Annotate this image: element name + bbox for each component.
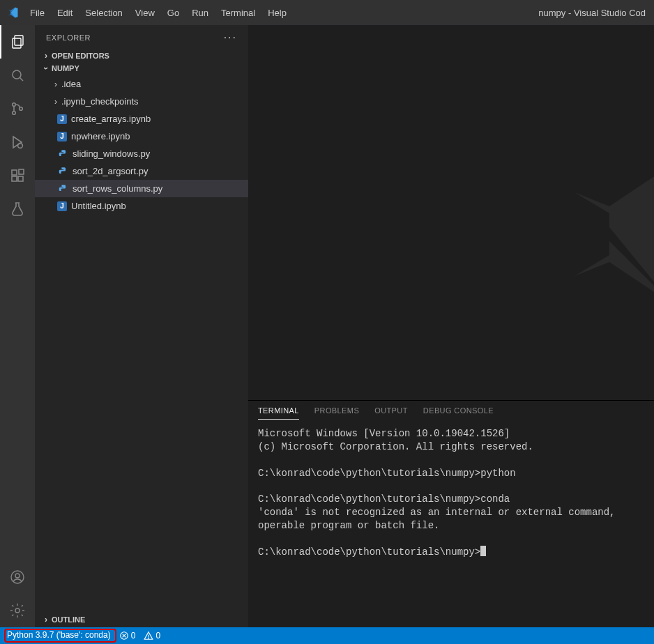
tree-item-label: sliding_windows.py	[73, 148, 150, 159]
empty-editor	[248, 25, 654, 400]
tab-problems[interactable]: PROBLEMS	[314, 406, 359, 419]
project-section[interactable]: › NUMPY	[35, 62, 248, 75]
notebook-file-icon: J	[57, 201, 67, 211]
svg-rect-1	[13, 38, 21, 48]
status-errors[interactable]: 0	[119, 631, 136, 641]
error-icon	[119, 631, 129, 641]
tree-item-label: sort_rows_columns.py	[73, 183, 162, 194]
tree-item-label: npwhere.ipynb	[71, 131, 130, 141]
terminal-cursor	[480, 546, 486, 556]
tree-item-label: .ipynb_checkpoints	[61, 96, 139, 107]
activity-bar	[0, 25, 35, 627]
svg-point-14	[15, 608, 20, 613]
tab-terminal[interactable]: TERMINAL	[258, 406, 299, 420]
tree-file[interactable]: sliding_windows.py	[35, 145, 248, 162]
tree-item-label: sort_2d_argsort.py	[73, 166, 148, 176]
python-interpreter[interactable]: Python 3.9.7 ('base': conda)	[4, 629, 116, 643]
status-warnings[interactable]: 0	[144, 631, 160, 641]
svg-point-15	[61, 151, 62, 151]
tree-file[interactable]: J Untitled.ipynb	[35, 197, 248, 215]
svg-point-17	[61, 185, 62, 186]
tab-debug-console[interactable]: DEBUG CONSOLE	[423, 406, 494, 419]
title-bar: File Edit Selection View Go Run Terminal…	[0, 0, 654, 25]
python-file-icon	[57, 148, 68, 160]
svg-point-16	[61, 168, 62, 169]
vscode-watermark-icon	[554, 151, 654, 318]
open-editors-label: OPEN EDITORS	[52, 52, 109, 60]
svg-point-4	[13, 103, 16, 107]
python-file-icon	[57, 183, 68, 194]
panel-tabs: TERMINAL PROBLEMS OUTPUT DEBUG CONSOLE	[248, 401, 654, 424]
svg-line-3	[20, 78, 24, 82]
menu-edit[interactable]: Edit	[51, 3, 79, 22]
svg-rect-9	[12, 176, 17, 181]
status-bar: Python 3.9.7 ('base': conda) 0 0	[0, 627, 654, 644]
python-file-icon	[57, 166, 68, 177]
explorer-title: EXPLORER	[46, 33, 224, 42]
settings-gear-icon[interactable]	[0, 594, 35, 627]
errors-count: 0	[131, 631, 136, 641]
outline-section[interactable]: › OUTLINE	[35, 612, 248, 627]
svg-rect-0	[15, 36, 23, 45]
tree-file[interactable]: J npwhere.ipynb	[35, 128, 248, 145]
tab-output[interactable]: OUTPUT	[374, 406, 408, 419]
svg-point-7	[18, 144, 23, 148]
svg-point-5	[13, 112, 16, 115]
vscode-logo-icon	[6, 6, 20, 20]
open-editors-section[interactable]: › OPEN EDITORS	[35, 49, 248, 62]
window-title: numpy - Visual Studio Cod	[538, 8, 648, 18]
tree-item-label: Untitled.ipynb	[71, 201, 126, 211]
search-icon[interactable]	[0, 59, 35, 92]
warnings-count: 0	[155, 631, 160, 641]
svg-point-6	[20, 107, 23, 111]
chevron-right-icon: ›	[42, 51, 50, 61]
explorer-sidebar: EXPLORER ··· › OPEN EDITORS › NUMPY › .i…	[35, 25, 248, 627]
menu-terminal[interactable]: Terminal	[215, 3, 261, 22]
interpreter-label: Python 3.9.7 ('base': conda)	[7, 630, 111, 640]
source-control-icon[interactable]	[0, 92, 35, 125]
chevron-right-icon: ›	[42, 615, 50, 624]
menu-view[interactable]: View	[129, 3, 161, 22]
more-actions-icon[interactable]: ···	[224, 31, 237, 44]
panel: TERMINAL PROBLEMS OUTPUT DEBUG CONSOLE M…	[248, 400, 654, 627]
editor-group: TERMINAL PROBLEMS OUTPUT DEBUG CONSOLE M…	[248, 25, 654, 627]
svg-rect-10	[18, 176, 23, 181]
menu-run[interactable]: Run	[185, 3, 215, 22]
tree-item-label: create_arrays.ipynb	[71, 114, 151, 124]
terminal[interactable]: Microsoft Windows [Version 10.0.19042.15…	[248, 424, 654, 627]
menu-help[interactable]: Help	[261, 3, 293, 22]
extensions-icon[interactable]	[0, 159, 35, 192]
explorer-icon[interactable]	[0, 25, 35, 59]
warning-icon	[144, 631, 153, 641]
tree-file[interactable]: J create_arrays.ipynb	[35, 110, 248, 128]
svg-point-22	[149, 638, 149, 638]
svg-rect-8	[12, 170, 17, 175]
menu-file[interactable]: File	[24, 3, 51, 22]
notebook-file-icon: J	[57, 114, 67, 124]
tree-folder[interactable]: › .idea	[35, 75, 248, 93]
chevron-right-icon: ›	[52, 97, 60, 107]
svg-point-2	[13, 70, 21, 79]
chevron-right-icon: ›	[52, 79, 60, 89]
project-name: NUMPY	[52, 64, 79, 72]
menu: File Edit Selection View Go Run Terminal…	[24, 3, 293, 22]
menu-go[interactable]: Go	[161, 3, 185, 22]
file-tree: › .idea › .ipynb_checkpoints J create_ar…	[35, 75, 248, 612]
testing-icon[interactable]	[0, 192, 35, 226]
menu-selection[interactable]: Selection	[79, 3, 128, 22]
tree-file[interactable]: sort_rows_columns.py	[35, 180, 248, 197]
outline-label: OUTLINE	[52, 615, 85, 624]
svg-rect-11	[19, 169, 24, 174]
run-debug-icon[interactable]	[0, 125, 35, 159]
tree-file[interactable]: sort_2d_argsort.py	[35, 162, 248, 180]
chevron-down-icon: ›	[41, 64, 51, 72]
accounts-icon[interactable]	[0, 560, 35, 594]
tree-folder[interactable]: › .ipynb_checkpoints	[35, 93, 248, 110]
tree-item-label: .idea	[61, 79, 81, 89]
svg-point-13	[15, 574, 20, 578]
notebook-file-icon: J	[57, 132, 67, 141]
